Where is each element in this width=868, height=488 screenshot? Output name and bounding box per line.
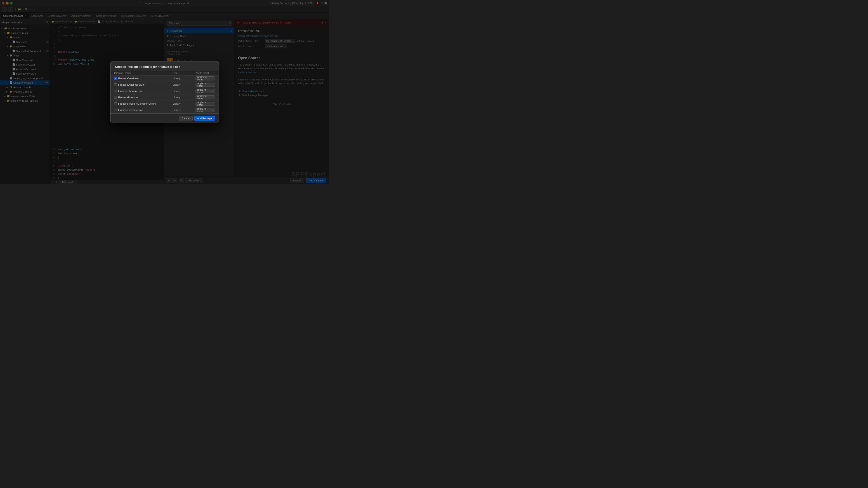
product-name: FirebaseDatabase xyxy=(118,77,138,80)
product-kind: Library xyxy=(173,90,195,92)
row-checkbox-label[interactable]: FirebaseFirestoreCombine-Comm xyxy=(114,102,173,105)
product-kind: Library xyxy=(173,102,195,105)
modal-cancel-button[interactable]: Cancel xyxy=(179,116,192,121)
chevron-down-icon: ⌄ xyxy=(212,77,214,80)
col-kind: Kind xyxy=(173,72,195,74)
checkbox-firebase-database-swift[interactable] xyxy=(114,84,117,86)
chevron-down-icon: ⌄ xyxy=(212,90,214,92)
product-kind: Library xyxy=(173,77,195,80)
table-row[interactable]: FirebaseFirestoreSwift Library simple-hn… xyxy=(111,107,219,113)
table-row[interactable]: FirebaseDynamicLinks Library simple-hn-r… xyxy=(111,88,219,94)
row-checkbox-label[interactable]: FirebaseFirestore xyxy=(114,96,173,99)
target-value: simple-hn-reader xyxy=(197,101,212,106)
chevron-down-icon: ⌄ xyxy=(212,96,214,99)
product-kind: Library xyxy=(173,96,195,99)
chevron-down-icon: ⌄ xyxy=(212,84,214,86)
row-checkbox-label[interactable]: FirebaseDynamicLinks xyxy=(114,90,173,92)
target-select[interactable]: simple-hn-reader ⌄ xyxy=(195,89,215,93)
table-row[interactable]: FirebaseFirestore Library simple-hn-read… xyxy=(111,94,219,101)
row-checkbox-label[interactable]: FirebaseDatabaseSwift xyxy=(114,84,173,86)
product-kind: Library xyxy=(173,109,195,111)
target-value: simple-hn-reader xyxy=(197,89,212,94)
product-name: FirebaseDynamicLinks xyxy=(118,90,143,92)
chevron-down-icon: ⌄ xyxy=(212,109,214,111)
table-row[interactable]: FirebaseDatabaseSwift Library simple-hn-… xyxy=(111,82,219,88)
package-products-modal: Choose Package Products for firebase-ios… xyxy=(110,61,219,123)
modal-add-package-button[interactable]: Add Package xyxy=(194,116,215,121)
row-checkbox-label[interactable]: FirebaseDatabase xyxy=(114,77,173,80)
row-checkbox-label[interactable]: FirebaseFirestoreSwift xyxy=(114,109,173,111)
col-package-product: Package Product xyxy=(114,72,173,74)
target-select[interactable]: simple-hn-reader ⌄ xyxy=(195,83,215,87)
target-value: simple-hn-reader xyxy=(197,82,212,87)
target-select[interactable]: simple-hn-reader ⌄ xyxy=(195,95,215,99)
product-kind: Library xyxy=(173,84,195,86)
product-name: FirebaseDatabaseSwift xyxy=(118,84,144,86)
checkbox-firebase-firestore[interactable] xyxy=(114,96,117,99)
table-row[interactable]: FirebaseDatabase Library simple-hn-reade… xyxy=(111,75,219,82)
checkbox-firebase-dynamic-links[interactable] xyxy=(114,90,117,92)
table-row[interactable]: FirebaseFirestoreCombine-Comm Library si… xyxy=(111,101,219,107)
product-name: FirebaseFirestoreSwift xyxy=(118,109,143,111)
target-value: simple-hn-reader xyxy=(197,76,212,81)
target-select[interactable]: simple-hn-reader ⌄ xyxy=(195,76,215,80)
target-value: simple-hn-reader xyxy=(197,107,212,112)
checkbox-firebase-firestore-swift[interactable] xyxy=(114,109,117,111)
chevron-down-icon: ⌄ xyxy=(212,103,214,105)
target-select[interactable]: simple-hn-reader ⌄ xyxy=(195,108,215,112)
target-select[interactable]: simple-hn-reader ⌄ xyxy=(195,102,215,106)
modal-title: Choose Package Products for firebase-ios… xyxy=(111,61,219,71)
product-name: FirebaseFirestore xyxy=(118,96,138,99)
checkbox-firebase-firestore-combine[interactable] xyxy=(114,102,117,105)
target-value: simple-hn-reader xyxy=(197,95,212,100)
col-add-to-target: Add to Target xyxy=(195,72,215,74)
modal-overlay: Choose Package Products for firebase-ios… xyxy=(0,0,329,184)
modal-footer: Cancel Add Package xyxy=(111,113,219,123)
product-name: FirebaseFirestoreCombine-Comm xyxy=(118,102,156,105)
checkbox-firebase-database[interactable] xyxy=(114,77,117,80)
modal-table-header: Package Product Kind Add to Target xyxy=(111,71,219,75)
modal-table-body: FirebaseDatabase Library simple-hn-reade… xyxy=(111,75,219,113)
